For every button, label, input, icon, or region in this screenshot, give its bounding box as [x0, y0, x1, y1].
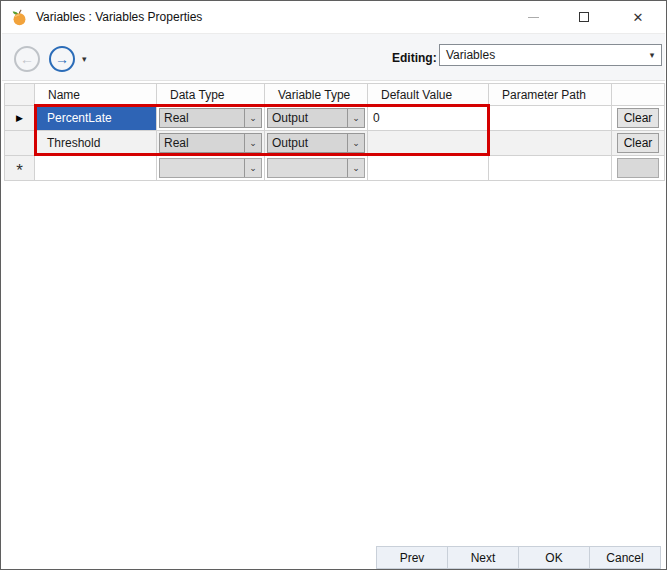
maximize-icon [579, 12, 589, 22]
row-header-1[interactable]: ▶ [5, 106, 35, 131]
next-button[interactable]: Next [447, 546, 519, 569]
variable-type-cell-new-row: ⌄ [265, 156, 368, 181]
variable-type-value: Output [268, 111, 347, 125]
variable-type-value: Output [268, 136, 347, 150]
name-cell-row-1[interactable]: PercentLate [35, 106, 157, 131]
minimize-icon [528, 17, 539, 18]
variable-type-dropdown-new-row[interactable]: ⌄ [267, 158, 365, 178]
name-cell-new-row[interactable] [35, 156, 157, 181]
variables-grid: Name Data Type Variable Type Default Val… [4, 83, 665, 181]
data-type-cell-row-2: Real ⌄ [157, 131, 265, 156]
name-cell-row-2[interactable]: Threshold [35, 131, 157, 156]
chevron-down-icon[interactable]: ⌄ [244, 159, 261, 177]
column-header-data-type[interactable]: Data Type [157, 84, 265, 106]
ok-button[interactable]: OK [518, 546, 590, 569]
variable-type-dropdown-row-2[interactable]: Output ⌄ [267, 133, 365, 153]
column-header-name[interactable]: Name [35, 84, 157, 106]
parameter-path-cell-row-2[interactable] [489, 131, 612, 156]
column-header-actions [612, 84, 665, 106]
data-type-cell-new-row: ⌄ [157, 156, 265, 181]
parameter-path-cell-new-row[interactable] [489, 156, 612, 181]
default-value-cell-new-row[interactable] [368, 156, 489, 181]
current-row-icon: ▶ [16, 113, 23, 123]
title-bar: Variables : Variables Properties ✕ [1, 1, 666, 33]
chevron-down-icon[interactable]: ⌄ [347, 109, 364, 127]
navigation-toolbar: ← → ▾ Editing: Variables ▾ [2, 33, 665, 81]
variable-type-dropdown-row-1[interactable]: Output ⌄ [267, 108, 365, 128]
data-type-dropdown-new-row[interactable]: ⌄ [159, 158, 262, 178]
chevron-down-icon[interactable]: ⌄ [244, 134, 261, 152]
default-value-cell-row-1[interactable]: 0 [368, 106, 489, 131]
cancel-button[interactable]: Cancel [589, 546, 661, 569]
data-type-value: Real [160, 111, 244, 125]
data-type-cell-row-1: Real ⌄ [157, 106, 265, 131]
chevron-down-icon[interactable]: ⌄ [244, 109, 261, 127]
chevron-down-icon[interactable]: ⌄ [347, 134, 364, 152]
forward-dropdown-caret[interactable]: ▾ [82, 54, 87, 64]
back-arrow-icon: ← [20, 51, 34, 67]
default-value-cell-row-2[interactable] [368, 131, 489, 156]
data-type-value: Real [160, 136, 244, 150]
maximize-button[interactable] [561, 2, 607, 32]
variable-type-cell-row-2: Output ⌄ [265, 131, 368, 156]
app-orange-fruit-icon [11, 9, 28, 26]
column-header-variable-type[interactable]: Variable Type [265, 84, 368, 106]
action-cell-new-row [612, 156, 665, 181]
close-button[interactable]: ✕ [615, 2, 661, 32]
window-title: Variables : Variables Properties [36, 10, 202, 24]
close-icon: ✕ [633, 10, 644, 25]
action-cell-row-1: Clear [612, 106, 665, 131]
combobox-caret-icon: ▾ [643, 50, 661, 60]
clear-button-new-row-disabled[interactable] [617, 158, 659, 178]
forward-arrow-icon: → [55, 51, 69, 67]
row-header-new[interactable]: * [5, 156, 35, 181]
variables-properties-dialog: Variables : Variables Properties ✕ ← → ▾… [0, 0, 667, 570]
new-row-icon: * [16, 166, 23, 176]
editing-combobox[interactable]: Variables ▾ [439, 44, 662, 66]
grid-corner-header [5, 84, 35, 106]
clear-button-row-1[interactable]: Clear [617, 108, 659, 128]
forward-button[interactable]: → [49, 46, 75, 72]
column-header-default-value[interactable]: Default Value [368, 84, 489, 106]
column-header-parameter-path[interactable]: Parameter Path [489, 84, 612, 106]
prev-button[interactable]: Prev [376, 546, 448, 569]
back-button[interactable]: ← [14, 46, 40, 72]
data-type-dropdown-row-1[interactable]: Real ⌄ [159, 108, 262, 128]
chevron-down-icon[interactable]: ⌄ [347, 159, 364, 177]
row-header-2[interactable] [5, 131, 35, 156]
minimize-button[interactable] [510, 2, 556, 32]
variable-type-cell-row-1: Output ⌄ [265, 106, 368, 131]
clear-button-row-2[interactable]: Clear [617, 133, 659, 153]
editing-label: Editing: [392, 51, 437, 65]
parameter-path-cell-row-1[interactable] [489, 106, 612, 131]
action-cell-row-2: Clear [612, 131, 665, 156]
editing-combobox-value: Variables [440, 48, 643, 62]
data-type-dropdown-row-2[interactable]: Real ⌄ [159, 133, 262, 153]
